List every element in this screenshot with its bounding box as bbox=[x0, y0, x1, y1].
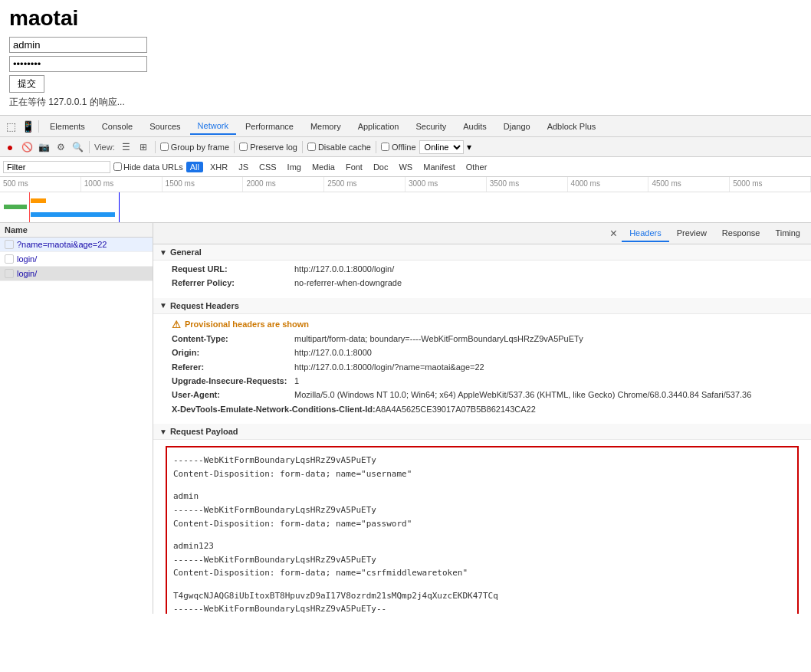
throttle-arrow[interactable]: ▾ bbox=[467, 142, 471, 152]
section-req-headers-label: Request Headers bbox=[170, 301, 239, 310]
status-text: 正在等待 127.0.0.1 的响应... bbox=[9, 96, 802, 109]
tab-performance[interactable]: Performance bbox=[238, 119, 301, 134]
header-val-5: A8A4A5625CE39017A07B5B862143CA22 bbox=[376, 404, 536, 415]
tab-audits[interactable]: Audits bbox=[455, 119, 494, 134]
warning-row: ⚠ Provisional headers are shown bbox=[172, 319, 799, 330]
detail-tab-response[interactable]: Response bbox=[714, 225, 768, 242]
header-row-5: X-DevTools-Emulate-Network-Conditions-Cl… bbox=[172, 404, 799, 415]
group-by-frame-label[interactable]: Group by frame bbox=[160, 143, 229, 152]
timeline-label-8: 4500 ms bbox=[648, 177, 730, 192]
filter-tab-other[interactable]: Other bbox=[462, 162, 491, 172]
view-list-icon[interactable]: ☰ bbox=[120, 140, 133, 154]
filter-tab-ws[interactable]: WS bbox=[395, 162, 416, 172]
header-row-2: Referer: http://127.0.0.1:8000/login/?na… bbox=[172, 362, 799, 373]
separator-6 bbox=[376, 141, 376, 153]
tab-memory[interactable]: Memory bbox=[303, 119, 349, 134]
username-input[interactable] bbox=[9, 37, 147, 53]
hide-data-urls-checkbox[interactable] bbox=[113, 162, 122, 171]
section-payload-arrow: ▼ bbox=[159, 428, 167, 436]
tab-security[interactable]: Security bbox=[408, 119, 454, 134]
header-key-4: User-Agent: bbox=[172, 389, 294, 401]
filter-tab-xhr[interactable]: XHR bbox=[206, 162, 231, 172]
section-payload-label: Request Payload bbox=[170, 427, 238, 436]
filter-tab-media[interactable]: Media bbox=[308, 162, 339, 172]
detail-tab-headers[interactable]: Headers bbox=[622, 225, 669, 242]
tab-django[interactable]: Django bbox=[496, 119, 538, 134]
filter-input[interactable] bbox=[3, 161, 110, 173]
referrer-policy-row: Referrer Policy: no-referrer-when-downgr… bbox=[172, 277, 799, 289]
request-item-0[interactable]: ?name=maotai&age=22 bbox=[0, 238, 153, 252]
tab-adblock[interactable]: Adblock Plus bbox=[540, 119, 604, 134]
offline-checkbox[interactable] bbox=[381, 143, 389, 151]
request-url-row: Request URL: http://127.0.0.1:8000/login… bbox=[172, 264, 799, 275]
request-list: Name ?name=maotai&age=22 login/ login/ bbox=[0, 223, 153, 614]
device-icon[interactable]: 📱 bbox=[20, 119, 35, 134]
tab-console[interactable]: Console bbox=[94, 119, 140, 134]
separator-4 bbox=[234, 141, 235, 153]
filter-tab-js[interactable]: JS bbox=[235, 162, 252, 172]
tab-network[interactable]: Network bbox=[190, 118, 236, 135]
header-row-3: Upgrade-Insecure-Requests: 1 bbox=[172, 375, 799, 387]
filter-tab-font[interactable]: Font bbox=[342, 162, 366, 172]
filter-bar: Hide data URLs All XHR JS CSS Img Media … bbox=[0, 157, 811, 177]
detail-tab-preview[interactable]: Preview bbox=[669, 225, 714, 242]
section-general-body: Request URL: http://127.0.0.1:8000/login… bbox=[153, 261, 811, 298]
timeline-bar-item-1 bbox=[4, 205, 27, 209]
referrer-policy-key: Referrer Policy: bbox=[172, 277, 294, 289]
filter-tab-doc[interactable]: Doc bbox=[369, 162, 392, 172]
header-row-1: Origin: http://127.0.0.1:8000 bbox=[172, 347, 799, 359]
record-button[interactable]: ● bbox=[3, 140, 17, 154]
login-button[interactable]: 提交 bbox=[9, 75, 44, 93]
disable-cache-label[interactable]: Disable cache bbox=[307, 143, 371, 152]
filter-tab-img[interactable]: Img bbox=[284, 162, 305, 172]
request-item-icon-2 bbox=[5, 269, 14, 278]
timeline-chart bbox=[0, 192, 811, 223]
detail-tabs: × Headers Preview Response Timing bbox=[153, 223, 811, 244]
section-request-headers-header[interactable]: ▼ Request Headers bbox=[153, 298, 811, 314]
inspect-icon[interactable]: ⬚ bbox=[3, 119, 18, 134]
payload-box: ------WebKitFormBoundaryLqsHRzZ9vA5PuETy… bbox=[166, 446, 799, 614]
clear-button[interactable]: 🚫 bbox=[20, 140, 34, 154]
filter-icon[interactable]: ⚙ bbox=[54, 140, 67, 154]
filter-tab-css[interactable]: CSS bbox=[255, 162, 281, 172]
page-title: maotai bbox=[9, 6, 802, 31]
timeline-label-7: 4000 ms bbox=[568, 177, 649, 192]
search-button[interactable]: 🔍 bbox=[71, 140, 84, 154]
preserve-log-checkbox[interactable] bbox=[239, 143, 248, 151]
request-item-1[interactable]: login/ bbox=[0, 252, 153, 267]
devtools-panel: ⬚ 📱 Elements Console Sources Network Per… bbox=[0, 115, 811, 614]
hide-data-urls-label[interactable]: Hide data URLs bbox=[113, 162, 183, 172]
section-general-header[interactable]: ▼ General bbox=[153, 244, 811, 261]
header-key-3: Upgrade-Insecure-Requests: bbox=[172, 375, 294, 387]
request-item-2[interactable]: login/ bbox=[0, 267, 153, 281]
preserve-log-label[interactable]: Preserve log bbox=[239, 143, 297, 152]
tab-application[interactable]: Application bbox=[350, 119, 407, 134]
throttle-select[interactable]: Online bbox=[419, 140, 464, 154]
filter-tab-manifest[interactable]: Manifest bbox=[419, 162, 459, 172]
timeline-label-5: 3000 ms bbox=[406, 177, 487, 192]
screenshot-button[interactable]: 📷 bbox=[37, 140, 51, 154]
network-toolbar: ● 🚫 📷 ⚙ 🔍 View: ☰ ⊞ Group by frame Prese… bbox=[0, 137, 811, 157]
detail-tab-timing[interactable]: Timing bbox=[767, 225, 808, 242]
disable-cache-checkbox[interactable] bbox=[307, 143, 316, 151]
request-url-val: http://127.0.0.1:8000/login/ bbox=[294, 264, 394, 275]
referrer-policy-val: no-referrer-when-downgrade bbox=[294, 277, 402, 289]
detail-content: ▼ General Request URL: http://127.0.0.1:… bbox=[153, 244, 811, 614]
warning-text: Provisional headers are shown bbox=[185, 320, 309, 329]
devtools-main: Name ?name=maotai&age=22 login/ login/ ×… bbox=[0, 223, 811, 614]
separator-2 bbox=[89, 141, 90, 153]
password-input[interactable] bbox=[9, 56, 147, 72]
timeline-label-0: 500 ms bbox=[0, 177, 81, 192]
tab-elements[interactable]: Elements bbox=[42, 119, 93, 134]
timeline-label-9: 5000 ms bbox=[730, 177, 811, 192]
timeline-marker-blue bbox=[119, 192, 120, 223]
tab-sources[interactable]: Sources bbox=[142, 119, 188, 134]
section-payload-header[interactable]: ▼ Request Payload bbox=[153, 424, 811, 440]
timeline-marker-red bbox=[29, 192, 30, 223]
header-val-3: 1 bbox=[294, 375, 299, 387]
view-detail-icon[interactable]: ⊞ bbox=[136, 140, 150, 154]
filter-tab-all[interactable]: All bbox=[186, 162, 203, 172]
group-by-frame-checkbox[interactable] bbox=[160, 143, 169, 151]
offline-label[interactable]: Offline bbox=[381, 143, 416, 152]
detail-close-button[interactable]: × bbox=[606, 227, 622, 241]
